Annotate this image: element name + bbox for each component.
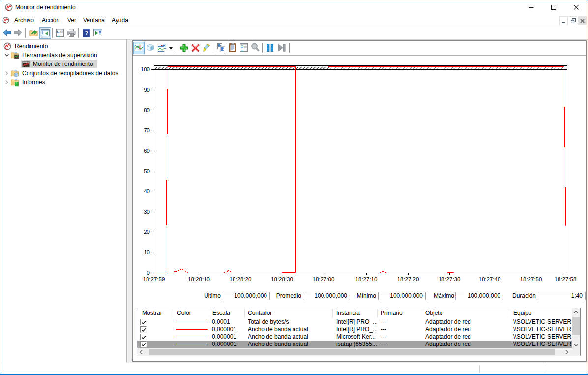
show-checkbox[interactable] — [140, 334, 147, 340]
new-window-icon[interactable] — [93, 29, 102, 36]
svg-text:100: 100 — [141, 66, 150, 72]
tree-item-conjuntos[interactable]: Conjuntos de recopiladores de datos — [4, 69, 118, 78]
svg-text:18:27:20: 18:27:20 — [397, 276, 419, 282]
tree-item-rendimiento[interactable]: Rendimiento — [3, 42, 48, 51]
details-pane: 010203040506070809010018:27:5918:28:1018… — [132, 40, 587, 362]
menu-accion[interactable]: Acción — [42, 15, 59, 26]
counter-row[interactable]: 0,000001 Ancho de banda actual Microsoft… — [137, 333, 572, 341]
tree-item-label: Conjuntos de recopiladores de datos — [22, 70, 118, 77]
stat-value-minimo: 100.000,000 — [378, 292, 426, 300]
print-icon[interactable] — [67, 29, 76, 37]
change-graph-type-icon[interactable] — [158, 44, 166, 52]
export-list-icon[interactable] — [29, 29, 38, 37]
counter-legend: Mostrar Color Escala Contador Instancia … — [137, 308, 581, 356]
column-escala[interactable]: Escala — [212, 308, 230, 318]
graph-type-dropdown-icon[interactable] — [169, 47, 173, 50]
back-icon[interactable] — [3, 29, 11, 36]
column-contador[interactable]: Contador — [248, 308, 272, 318]
svg-text:40: 40 — [144, 188, 150, 194]
scroll-down-button[interactable] — [572, 341, 580, 348]
add-counter-icon[interactable] — [180, 44, 188, 52]
column-divider[interactable] — [244, 309, 245, 317]
app-icon — [5, 3, 13, 11]
menu-bar: Archivo Acción Ver Ventana Ayuda — [0, 15, 588, 26]
properties-icon[interactable] — [240, 43, 248, 52]
scroll-left-button[interactable] — [137, 348, 145, 356]
cell-primario: --- — [381, 341, 422, 348]
menu-archivo[interactable]: Archivo — [14, 15, 34, 26]
column-equipo[interactable]: Equipo — [513, 308, 531, 318]
svg-text:30: 30 — [144, 209, 150, 215]
tree-item-informes[interactable]: Informes — [4, 78, 45, 87]
show-checkbox[interactable] — [140, 326, 147, 333]
freeze-display-icon[interactable] — [267, 44, 273, 52]
paste-counter-list-icon[interactable] — [229, 43, 236, 52]
column-color[interactable]: Color — [177, 308, 191, 318]
chevron-down-icon[interactable] — [4, 53, 9, 58]
svg-text:18:27:40: 18:27:40 — [479, 276, 501, 282]
status-separator — [479, 365, 480, 373]
svg-text:90: 90 — [144, 87, 150, 93]
scroll-right-button[interactable] — [563, 348, 571, 356]
title-bar: Monitor de rendimiento — [0, 0, 588, 15]
column-divider[interactable] — [332, 309, 333, 317]
properties-icon[interactable] — [56, 29, 64, 37]
column-objeto[interactable]: Objeto — [425, 308, 442, 318]
tree-item-herramientas[interactable]: Herramientas de supervisión — [4, 51, 97, 60]
highlight-icon[interactable] — [203, 43, 210, 52]
menu-ventana[interactable]: Ventana — [83, 15, 105, 26]
stat-value-promedio: 100.000,000 — [303, 292, 350, 300]
menu-ayuda[interactable]: Ayuda — [112, 15, 128, 26]
counter-row[interactable]: 0,0001 Total de bytes/s Intel[R] PRO_...… — [137, 318, 572, 326]
chevron-right-icon[interactable] — [4, 71, 9, 76]
scroll-up-button[interactable] — [572, 308, 580, 315]
show-hide-console-tree-button[interactable] — [39, 27, 51, 39]
perfmon-window: Monitor de rendimiento Archivo Acción Ve… — [0, 0, 588, 375]
monitoring-tools-folder-icon — [11, 51, 19, 59]
zoom-icon[interactable] — [251, 43, 260, 52]
svg-text:18:28:10: 18:28:10 — [188, 276, 210, 282]
legend-horizontal-scrollbar[interactable] — [137, 348, 580, 356]
child-minimize-button[interactable] — [559, 16, 568, 25]
column-divider[interactable] — [377, 309, 378, 317]
svg-text:18:28:20: 18:28:20 — [230, 276, 252, 282]
toolbar-separator — [25, 28, 26, 38]
column-divider[interactable] — [510, 309, 510, 317]
show-checkbox[interactable] — [140, 319, 147, 325]
child-close-button[interactable] — [578, 16, 587, 25]
legend-vertical-scrollbar[interactable] — [572, 308, 580, 348]
column-divider[interactable] — [173, 309, 173, 317]
column-instancia[interactable]: Instancia — [336, 308, 360, 318]
toolbar-separator — [78, 28, 79, 38]
column-primario[interactable]: Primario — [381, 308, 403, 318]
menu-ver[interactable]: Ver — [67, 15, 76, 26]
update-data-icon[interactable] — [278, 44, 286, 52]
counter-row-selected[interactable]: 0,000001 Ancho de banda actual isatap.{6… — [137, 341, 572, 348]
view-log-data-icon[interactable] — [146, 43, 154, 52]
system-menu-icon[interactable] — [2, 17, 9, 24]
scroll-thumb[interactable] — [149, 349, 555, 355]
show-checkbox[interactable] — [140, 341, 147, 347]
counter-row[interactable]: 0,000001 Ancho de banda actual Intel[R] … — [137, 326, 572, 333]
tree-item-monitor-rendimiento[interactable]: Monitor de rendimiento — [22, 60, 93, 68]
color-swatch — [176, 329, 208, 330]
close-button[interactable] — [565, 0, 588, 15]
column-divider[interactable] — [422, 309, 422, 317]
menubar-divider — [559, 15, 559, 26]
column-divider[interactable] — [209, 309, 209, 317]
delete-counter-icon[interactable] — [191, 44, 200, 52]
forward-icon[interactable] — [14, 29, 22, 36]
view-current-activity-button[interactable] — [133, 42, 145, 54]
child-restore-button[interactable] — [569, 16, 577, 25]
copy-properties-icon[interactable] — [217, 43, 225, 52]
minimize-button[interactable] — [520, 0, 542, 15]
performance-chart[interactable]: 010203040506070809010018:27:5918:28:1018… — [133, 55, 586, 291]
column-mostrar[interactable]: Mostrar — [142, 308, 162, 318]
cell-instancia: isatap.{65355... — [336, 341, 377, 348]
performance-monitor-icon — [22, 61, 30, 67]
help-icon[interactable]: ? — [83, 29, 90, 37]
scroll-thumb[interactable] — [572, 317, 580, 335]
maximize-button[interactable] — [542, 0, 565, 15]
chevron-right-icon[interactable] — [4, 80, 9, 85]
cell-objeto: Adaptador de red — [425, 326, 510, 333]
